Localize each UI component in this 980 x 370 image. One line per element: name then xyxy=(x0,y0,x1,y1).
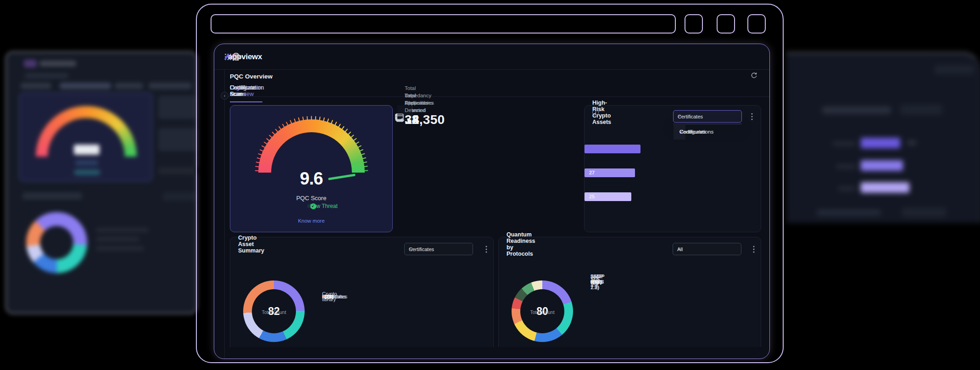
pqc-score-value: 9.6 xyxy=(230,169,392,189)
menu-item-code[interactable]: Code xyxy=(674,124,685,140)
high-risk-crypto-assets-card: High-Risk Crypto Assets i Certificates A… xyxy=(584,105,761,232)
high-risk-filter-dropdown[interactable]: Certificates xyxy=(673,110,742,123)
total-count-label: Total Count xyxy=(262,309,286,315)
know-more-link[interactable]: Know more xyxy=(230,218,392,224)
quantum-readiness-card: Quantum Readiness by Protocols All 80 To… xyxy=(498,237,761,347)
page: appviewx P xyxy=(0,0,980,370)
stat-value: 38 xyxy=(405,112,419,127)
gauge-arc xyxy=(254,115,369,173)
address-bar[interactable] xyxy=(211,14,676,34)
crypto-asset-summary-card: Crypto Asset Summary Certificates 82 Tot… xyxy=(230,237,494,347)
legend-count: (21) xyxy=(324,294,334,299)
scan-stats: 12Total Repositories Scanned12,350Total … xyxy=(397,105,581,232)
total-count-label: Total Count xyxy=(530,309,554,315)
chevron-down-icon xyxy=(677,247,682,252)
info-icon[interactable]: i xyxy=(592,109,599,116)
window-button-3[interactable] xyxy=(747,14,766,34)
dashboard-panel: appviewx P xyxy=(214,44,770,359)
crypto-summary-filter-dropdown[interactable]: Certificates xyxy=(404,243,473,255)
quantum-readiness-filter-dropdown[interactable]: All xyxy=(673,243,741,255)
bar-value: 25 xyxy=(589,194,595,199)
content-viewport: 9.6 PQC Score ✓ Low Threat Know more 12T… xyxy=(214,44,769,347)
applications-icon xyxy=(395,112,405,123)
window-button-1[interactable] xyxy=(685,14,703,34)
legend-count: (5) xyxy=(593,279,599,285)
bar xyxy=(585,145,640,153)
window-button-2[interactable] xyxy=(717,14,735,34)
background-dashboard-blur-left xyxy=(6,51,197,314)
kebab-menu-icon[interactable] xyxy=(751,245,757,253)
kebab-menu-icon[interactable] xyxy=(483,245,490,253)
pqc-score-label: PQC Score xyxy=(230,195,392,202)
background-dashboard-blur-right xyxy=(786,52,980,223)
dropdown-menu: Certificates✓ConfigurationsCode xyxy=(673,123,742,124)
pqc-score-gauge-card: 9.6 PQC Score ✓ Low Threat Know more xyxy=(230,105,393,232)
threat-status-badge: ✓ Low Threat xyxy=(307,204,316,208)
stat-total-applications-detected: 38Total Applications Detected xyxy=(397,105,412,120)
quantum-readiness-donut-chart: 80 Total Count xyxy=(512,280,573,342)
chevron-down-icon xyxy=(409,247,414,252)
bar-value: 27 xyxy=(589,170,595,175)
crypto-asset-donut-chart: 82 Total Count xyxy=(243,280,305,342)
chevron-up-icon xyxy=(678,114,683,119)
kebab-menu-icon[interactable] xyxy=(749,112,755,121)
